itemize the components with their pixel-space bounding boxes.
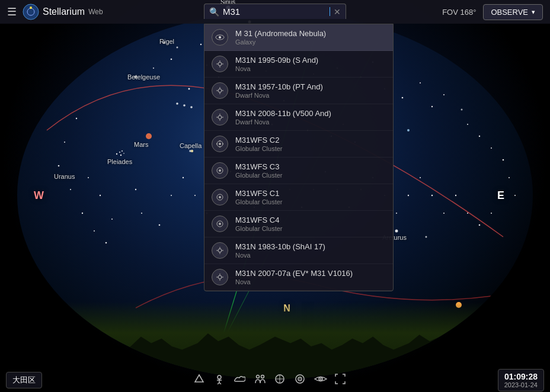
- result-name: M31N 1995-09b (S And): [235, 56, 386, 65]
- svg-point-44: [70, 189, 71, 190]
- svg-point-146: [257, 375, 260, 378]
- result-type: Globular Cluster: [235, 145, 386, 152]
- svg-point-40: [514, 195, 516, 196]
- time-badge[interactable]: 01:09:28 2023-01-24: [498, 369, 544, 391]
- result-type: Nova: [235, 252, 386, 259]
- svg-point-94: [407, 129, 410, 131]
- svg-point-39: [509, 177, 510, 178]
- svg-point-53: [159, 224, 161, 226]
- result-text: M31N 2008-11b (V500 And) Dwarf Nova: [235, 109, 386, 126]
- eye-tool[interactable]: [314, 375, 326, 385]
- location-badge[interactable]: 大田区: [6, 372, 42, 388]
- svg-point-127: [219, 196, 221, 198]
- svg-point-76: [431, 195, 433, 197]
- svg-point-122: [216, 143, 218, 144]
- svg-point-46: [94, 230, 95, 232]
- svg-point-98: [23, 4, 39, 20]
- search-result-item[interactable]: M31N 2007-07a (EV* M31 V1016) Nova: [204, 264, 393, 291]
- search-result-item[interactable]: M31WFS C1 Globular Cluster: [204, 184, 393, 211]
- result-text: M31WFS C1 Globular Cluster: [235, 189, 386, 205]
- svg-point-74: [408, 195, 409, 196]
- result-icon-nova: [212, 109, 228, 126]
- svg-line-145: [219, 383, 221, 384]
- svg-point-32: [431, 106, 433, 107]
- app-logo: [23, 4, 39, 20]
- bottom-bar: 大田区: [0, 368, 550, 392]
- svg-point-20: [200, 44, 202, 45]
- svg-point-45: [82, 213, 83, 214]
- search-result-item[interactable]: M31WFS C2 Globular Cluster: [204, 131, 393, 158]
- svg-point-82: [176, 102, 178, 105]
- search-input[interactable]: M31: [223, 7, 330, 17]
- ground-tool[interactable]: [254, 374, 266, 386]
- cardinal-east: E: [497, 189, 504, 202]
- svg-point-12: [123, 153, 124, 154]
- svg-point-37: [491, 147, 492, 149]
- svg-point-41: [76, 118, 77, 119]
- svg-point-102: [219, 36, 221, 38]
- svg-point-5: [188, 88, 190, 90]
- svg-point-155: [320, 378, 322, 380]
- search-result-item[interactable]: M31N 1957-10b (PT And) Dwarf Nova: [204, 78, 393, 104]
- constellation-lines-tool[interactable]: [193, 374, 205, 387]
- svg-point-48: [111, 219, 113, 220]
- svg-point-50: [88, 177, 89, 178]
- time-display: 01:09:28: [504, 372, 538, 381]
- svg-point-56: [194, 195, 196, 196]
- observe-button[interactable]: OBSERVE: [483, 4, 543, 20]
- date-display: 2023-01-24: [504, 381, 538, 388]
- svg-point-11: [120, 155, 121, 156]
- constellation-art-tool[interactable]: [213, 374, 225, 387]
- svg-marker-140: [195, 375, 203, 382]
- fullscreen-tool[interactable]: [334, 374, 346, 387]
- svg-point-84: [190, 106, 193, 108]
- result-icon-globular: [212, 136, 228, 152]
- svg-point-153: [299, 378, 300, 380]
- nav-right: FOV 168° OBSERVE: [442, 4, 543, 20]
- result-text: M 31 (Andromeda Nebula) Galaxy: [235, 29, 386, 46]
- result-text: M31N 1957-10b (PT And) Dwarf Nova: [235, 82, 386, 99]
- result-name: M31N 2008-11b (V500 And): [235, 109, 386, 118]
- svg-point-54: [171, 195, 172, 196]
- search-result-item[interactable]: M31WFS C3 Globular Cluster: [204, 158, 393, 184]
- atmosphere-tool[interactable]: [234, 374, 245, 386]
- search-result-item[interactable]: M31N 1983-10b (ShAI 17) Nova: [204, 237, 393, 264]
- search-result-item[interactable]: M31N 1995-09b (S And) Nova: [204, 51, 393, 78]
- svg-point-121: [219, 146, 220, 147]
- nav-left: ☰ Stellarium Web: [7, 4, 103, 20]
- result-type: Dwarf Nova: [235, 118, 386, 126]
- svg-point-47: [105, 242, 107, 244]
- result-name: M31N 1983-10b (ShAI 17): [235, 242, 386, 251]
- result-icon-globular: [212, 162, 228, 179]
- svg-point-30: [402, 97, 404, 99]
- logo-area: Stellarium Web: [23, 4, 103, 20]
- svg-point-52: [141, 213, 142, 214]
- result-text: M31WFS C2 Globular Cluster: [235, 136, 386, 152]
- search-close-icon[interactable]: ✕: [334, 7, 341, 17]
- search-result-item[interactable]: M 31 (Andromeda Nebula) Galaxy: [204, 24, 393, 51]
- svg-point-55: [183, 177, 184, 178]
- svg-point-18: [153, 68, 154, 69]
- result-text: M31N 2007-07a (EV* M31 V1016) Nova: [235, 269, 386, 285]
- svg-point-36: [479, 136, 480, 137]
- svg-point-10: [119, 152, 120, 153]
- fov-display: FOV 168°: [442, 8, 476, 17]
- app-subtitle: Web: [88, 8, 103, 16]
- result-icon-nova: [212, 56, 228, 72]
- svg-point-123: [222, 143, 223, 144]
- svg-point-3: [163, 41, 165, 44]
- svg-point-8: [146, 133, 152, 139]
- search-result-item[interactable]: M31WFS C4 Globular Cluster: [204, 211, 393, 237]
- hamburger-menu[interactable]: ☰: [7, 5, 17, 18]
- search-result-item[interactable]: M31N 2008-11b (V500 And) Dwarf Nova: [204, 104, 393, 131]
- result-name: M31N 1957-10b (PT And): [235, 82, 386, 91]
- grid-tool[interactable]: [274, 374, 286, 387]
- result-type: Globular Cluster: [235, 198, 386, 205]
- search-box[interactable]: 🔍 M31 ✕: [204, 4, 346, 19]
- satellites-tool[interactable]: [294, 373, 306, 387]
- result-icon-globular: [212, 216, 228, 232]
- svg-point-141: [218, 375, 221, 379]
- svg-point-78: [455, 195, 456, 196]
- bottom-tools: [193, 373, 346, 387]
- svg-point-33: [443, 94, 445, 95]
